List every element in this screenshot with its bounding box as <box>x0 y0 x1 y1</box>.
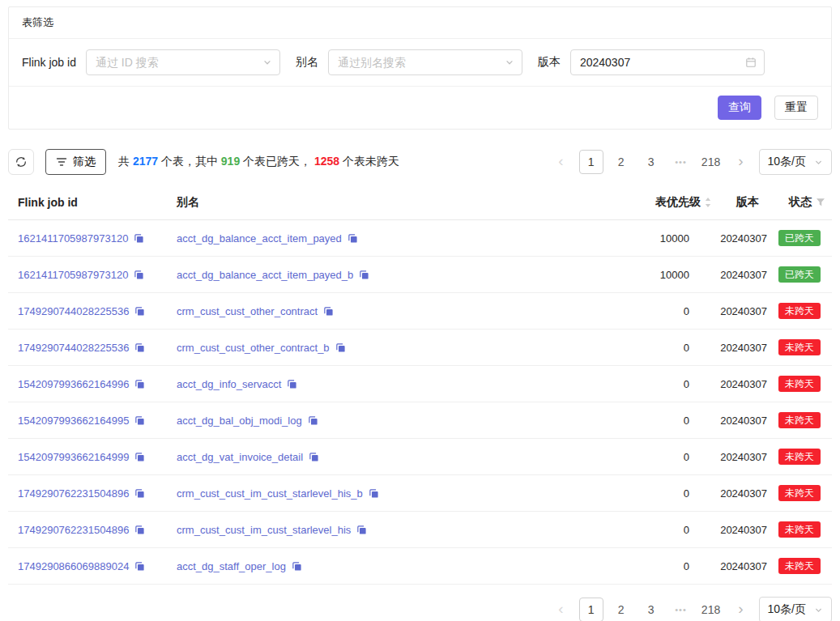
column-header-priority[interactable]: 表优先级 <box>582 195 712 210</box>
filter-actions-row: 查询 重置 <box>9 87 831 129</box>
copy-icon[interactable] <box>335 342 346 353</box>
pagination-top: ‹ 1 2 3 ••• 218 › 10条/页 <box>549 149 832 175</box>
flink-job-id-link[interactable]: 1542097993662164995 <box>18 415 129 427</box>
refresh-button[interactable] <box>8 149 34 175</box>
pagination-prev[interactable]: ‹ <box>549 150 574 174</box>
copy-icon[interactable] <box>134 488 145 499</box>
pagination-ellipsis[interactable]: ••• <box>669 150 693 174</box>
version-date-picker[interactable] <box>570 49 765 75</box>
alias-link[interactable]: acct_dg_balance_acct_item_payed <box>177 232 342 245</box>
priority-header-label: 表优先级 <box>655 195 701 210</box>
flink-job-id-link[interactable]: 1749290866069889024 <box>18 560 129 572</box>
version-cell: 20240307 <box>712 378 767 390</box>
alias-link[interactable]: acct_dg_bal_obj_modi_log <box>177 415 302 427</box>
alias-link[interactable]: crm_cust_cust_im_cust_starlevel_his_b <box>177 487 363 500</box>
copy-icon[interactable] <box>134 342 145 353</box>
pagination-page-1[interactable]: 1 <box>579 598 603 621</box>
filter-lines-icon <box>56 157 67 167</box>
copy-icon[interactable] <box>134 415 145 426</box>
table-row: 1542097993662164996 acct_dg_info_servacc… <box>8 366 832 402</box>
alias-link[interactable]: crm_cust_cust_im_cust_starlevel_his <box>177 524 351 536</box>
copy-icon[interactable] <box>292 561 302 572</box>
refresh-icon <box>15 156 27 168</box>
flink-job-id-link[interactable]: 1749290762231504896 <box>18 487 129 500</box>
pagination-page-2[interactable]: 2 <box>609 150 633 174</box>
version-cell: 20240307 <box>712 269 767 281</box>
copy-icon[interactable] <box>134 561 145 572</box>
alias-select[interactable] <box>328 49 522 75</box>
copy-icon[interactable] <box>348 233 358 244</box>
flink-job-id-link[interactable]: 1749290744028225536 <box>18 342 129 354</box>
flink-job-id-link[interactable]: 1542097993662164996 <box>18 378 129 390</box>
sort-icon[interactable] <box>704 197 712 208</box>
pagination-page-3[interactable]: 3 <box>639 150 663 174</box>
pagination-prev[interactable]: ‹ <box>549 598 574 621</box>
flink-job-id-link[interactable]: 1621411705987973120 <box>18 232 128 245</box>
pagination-page-1[interactable]: 1 <box>579 150 603 174</box>
alias-link[interactable]: crm_cust_cust_other_contract_b <box>177 342 330 354</box>
copy-icon[interactable] <box>323 306 334 317</box>
table-header-row: Flink job id 别名 表优先级 版本 状态 <box>8 185 832 220</box>
copy-icon[interactable] <box>356 525 367 535</box>
copy-icon[interactable] <box>134 452 145 462</box>
version-label: 版本 <box>538 55 561 70</box>
table-body: 1621411705987973120 acct_dg_balance_acct… <box>8 220 832 585</box>
copy-icon[interactable] <box>134 379 145 389</box>
status-badge: 已跨天 <box>778 266 821 283</box>
copy-icon[interactable] <box>309 452 319 462</box>
copy-icon[interactable] <box>134 270 144 280</box>
alias-link[interactable]: acct_dg_staff_oper_log <box>177 560 286 572</box>
alias-label: 别名 <box>296 55 318 70</box>
page-size-select[interactable]: 10条/页 <box>759 597 832 621</box>
column-header-version: 版本 <box>712 195 767 210</box>
pagination-page-2[interactable]: 2 <box>609 598 633 621</box>
copy-icon[interactable] <box>134 525 145 535</box>
page-size-value: 10条/页 <box>768 155 806 169</box>
copy-icon[interactable] <box>308 415 318 426</box>
copy-icon[interactable] <box>134 306 145 317</box>
chevron-down-icon <box>262 57 272 67</box>
pagination-page-last[interactable]: 218 <box>699 598 723 621</box>
copy-icon[interactable] <box>134 233 144 244</box>
priority-cell: 0 <box>582 487 712 500</box>
alias-input[interactable] <box>329 50 522 74</box>
status-badge: 未跨天 <box>778 558 821 574</box>
column-header-alias: 别名 <box>167 195 582 210</box>
alias-link[interactable]: acct_dg_info_servacct <box>177 378 281 390</box>
bottom-pagination-wrap: ‹ 1 2 3 ••• 218 › 10条/页 <box>8 597 832 621</box>
pagination-page-3[interactable]: 3 <box>639 598 663 621</box>
copy-icon[interactable] <box>287 379 297 389</box>
pagination-next[interactable]: › <box>729 150 753 174</box>
flink-job-id-link[interactable]: 1542097993662164999 <box>18 451 129 463</box>
query-button[interactable]: 查询 <box>718 96 761 120</box>
reset-button[interactable]: 重置 <box>774 96 818 120</box>
column-header-status[interactable]: 状态 <box>767 195 832 210</box>
alias-link[interactable]: acct_dg_vat_invoice_detail <box>177 451 303 463</box>
filter-button[interactable]: 筛选 <box>45 149 106 175</box>
flink-job-id-select[interactable] <box>86 49 280 75</box>
summary-not-crossed-count: 1258 <box>314 155 339 168</box>
version-cell: 20240307 <box>712 524 767 536</box>
priority-cell: 0 <box>582 451 712 463</box>
pagination-next[interactable]: › <box>729 598 753 621</box>
pagination-page-last[interactable]: 218 <box>699 150 723 174</box>
alias-link[interactable]: acct_dg_balance_acct_item_payed_b <box>177 269 353 281</box>
version-input[interactable] <box>571 50 764 74</box>
alias-link[interactable]: crm_cust_cust_other_contract <box>177 305 318 317</box>
page-size-select[interactable]: 10条/页 <box>759 149 832 175</box>
status-badge: 未跨天 <box>778 485 821 501</box>
copy-icon[interactable] <box>369 488 379 499</box>
copy-icon[interactable] <box>359 270 369 280</box>
chevron-down-icon <box>505 57 514 67</box>
summary-part1: 共 <box>118 155 133 168</box>
table-row: 1749290866069889024 acct_dg_staff_oper_l… <box>8 548 832 585</box>
calendar-icon <box>745 57 757 68</box>
flink-job-id-link[interactable]: 1749290744028225536 <box>18 305 129 317</box>
pagination-ellipsis[interactable]: ••• <box>669 598 693 621</box>
priority-cell: 10000 <box>582 269 712 281</box>
flink-job-id-link[interactable]: 1621411705987973120 <box>18 269 128 281</box>
filter-funnel-icon[interactable] <box>816 198 825 207</box>
flink-job-id-link[interactable]: 1749290762231504896 <box>18 524 129 536</box>
toolbar: 筛选 共 2177 个表，其中 919 个表已跨天， 1258 个表未跨天 ‹ … <box>8 149 832 175</box>
flink-job-id-input[interactable] <box>87 50 279 74</box>
